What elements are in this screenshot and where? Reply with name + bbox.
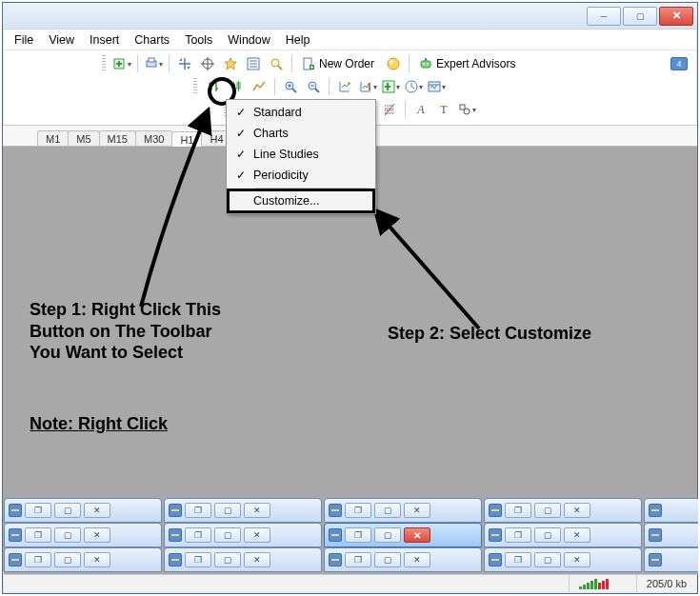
menu-file[interactable]: File — [14, 33, 33, 47]
mdi-restore-button[interactable]: ❐ — [185, 503, 211, 518]
mdi-close-button[interactable]: ✕ — [84, 503, 110, 518]
mdi-child-window[interactable]: ❐ ▢ ✕ — [164, 498, 322, 523]
mdi-restore-button[interactable]: ❐ — [345, 503, 371, 518]
mdi-child-window[interactable]: ❐ ▢ ✕ — [164, 523, 322, 547]
mdi-close-button[interactable]: ✕ — [244, 503, 270, 518]
mdi-close-button[interactable]: ✕ — [404, 552, 430, 567]
mdi-max-button[interactable]: ▢ — [534, 527, 561, 543]
mdi-close-button[interactable]: ✕ — [404, 527, 430, 543]
menu-window[interactable]: Window — [228, 33, 270, 47]
mdi-close-button[interactable]: ✕ — [564, 503, 590, 518]
mdi-close-button[interactable]: ✕ — [564, 552, 590, 567]
menu-view[interactable]: View — [49, 33, 74, 47]
mdi-close-button[interactable]: ✕ — [404, 503, 430, 518]
mdi-area: ❐ ▢ ✕ ❐ ▢ ✕ ❐ ▢ ✕ ❐ ▢ ✕ — [4, 498, 698, 574]
mdi-child-window[interactable]: ❐ ▢ ✕ — [324, 547, 482, 572]
mdi-child-window[interactable] — [644, 523, 698, 547]
mdi-max-button[interactable]: ▢ — [214, 552, 241, 567]
chart-window-icon — [649, 528, 662, 542]
chart-shift-button[interactable]: ▾ — [357, 77, 378, 96]
mdi-restore-button[interactable]: ❐ — [185, 527, 211, 543]
auto-scroll-button[interactable] — [334, 77, 355, 96]
menu-charts[interactable]: Charts — [134, 33, 170, 47]
timeframe-tab-h1[interactable]: H1 — [171, 131, 202, 147]
mdi-max-button[interactable]: ▢ — [214, 527, 241, 543]
mdi-child-window[interactable]: ❐ ▢ ✕ — [484, 498, 642, 523]
timeframe-tab-m30[interactable]: M30 — [135, 130, 172, 146]
mdi-restore-button[interactable]: ❐ — [185, 552, 211, 567]
mql-badge[interactable]: 4 — [670, 57, 688, 70]
text-label-button[interactable]: T — [433, 100, 454, 119]
mdi-child-window[interactable]: ❐ ▢ ✕ — [4, 523, 162, 547]
text-button[interactable]: A — [410, 100, 431, 119]
mdi-child-window-active[interactable]: ❐ ▢ ✕ — [324, 523, 482, 547]
mdi-close-button[interactable]: ✕ — [244, 552, 270, 567]
ctx-item-periodicity[interactable]: ✓ Periodicity — [229, 165, 373, 186]
terminal-button[interactable] — [266, 54, 287, 73]
mdi-max-button[interactable]: ▢ — [534, 552, 561, 567]
zoom-in-button[interactable] — [280, 77, 301, 96]
menu-insert[interactable]: Insert — [90, 33, 119, 47]
mdi-close-button[interactable]: ✕ — [84, 552, 110, 567]
mdi-restore-button[interactable]: ❐ — [25, 527, 51, 543]
mdi-close-button[interactable]: ✕ — [244, 527, 270, 543]
ctx-item-customize[interactable]: Customize... — [229, 190, 373, 211]
new-chart-button[interactable]: ▾ — [111, 54, 132, 73]
ctx-item-charts[interactable]: ✓ Charts — [229, 123, 373, 144]
mdi-restore-button[interactable]: ❐ — [505, 503, 531, 518]
window-close-button[interactable]: ✕ — [659, 7, 693, 26]
window-maximize-button[interactable]: ▢ — [623, 7, 657, 26]
mdi-restore-button[interactable]: ❐ — [345, 527, 371, 543]
objects-button[interactable]: ▾ — [456, 100, 477, 119]
mdi-child-window[interactable]: ❐ ▢ ✕ — [4, 547, 162, 572]
mdi-child-window[interactable]: ❐ ▢ ✕ — [484, 547, 642, 572]
mdi-max-button[interactable]: ▢ — [534, 503, 561, 518]
zoom-out-button[interactable] — [303, 77, 324, 96]
mdi-close-button[interactable]: ✕ — [84, 527, 110, 543]
mdi-restore-button[interactable]: ❐ — [505, 552, 531, 567]
menu-tools[interactable]: Tools — [185, 33, 212, 47]
timeframe-tab-m5[interactable]: M5 — [68, 130, 99, 146]
chart-window-icon — [9, 553, 22, 566]
timeframe-tab-m1[interactable]: M1 — [37, 130, 69, 146]
mdi-max-button[interactable]: ▢ — [374, 527, 401, 543]
mdi-max-button[interactable]: ▢ — [214, 503, 241, 518]
mdi-child-window[interactable]: ❐ ▢ ✕ — [4, 498, 162, 523]
toolbar-grip[interactable] — [193, 78, 197, 95]
mdi-close-button[interactable]: ✕ — [564, 527, 590, 543]
mdi-restore-button[interactable]: ❐ — [25, 552, 51, 567]
mdi-restore-button[interactable]: ❐ — [505, 527, 531, 543]
chart-window-icon — [329, 528, 342, 542]
mdi-restore-button[interactable]: ❐ — [25, 503, 51, 518]
window-minimize-button[interactable]: ─ — [587, 7, 621, 26]
new-order-button[interactable]: New Order — [297, 54, 381, 73]
expert-advisors-button[interactable]: Expert Advisors — [414, 54, 522, 73]
navigator-button[interactable] — [243, 54, 264, 73]
data-window-button[interactable] — [220, 54, 241, 73]
timeframe-tab-m15[interactable]: M15 — [99, 130, 136, 146]
templates-button[interactable]: ▾ — [426, 77, 447, 96]
ctx-item-standard[interactable]: ✓ Standard — [229, 102, 373, 123]
toolbar-grip[interactable] — [102, 55, 106, 72]
mdi-max-button[interactable]: ▢ — [374, 503, 401, 518]
mdi-max-button[interactable]: ▢ — [374, 552, 401, 567]
menu-help[interactable]: Help — [286, 33, 310, 47]
mdi-child-window[interactable]: ❐ ▢ ✕ — [164, 547, 322, 572]
crosshair-button[interactable] — [197, 54, 218, 73]
mdi-restore-button[interactable]: ❐ — [345, 552, 371, 567]
fibonacci-button[interactable] — [379, 100, 400, 119]
mdi-child-window[interactable]: ❐ ▢ ✕ — [484, 523, 642, 547]
indicators-button[interactable]: ▾ — [380, 77, 401, 96]
mdi-max-button[interactable]: ▢ — [54, 527, 81, 543]
market-watch-button[interactable] — [174, 54, 195, 73]
mdi-max-button[interactable]: ▢ — [54, 503, 81, 518]
mdi-max-button[interactable]: ▢ — [54, 552, 81, 567]
ctx-item-line-studies[interactable]: ✓ Line Studies — [229, 144, 373, 165]
line-chart-button[interactable] — [249, 77, 270, 96]
meta-editor-button[interactable] — [383, 54, 404, 73]
periods-button[interactable]: ▾ — [403, 77, 424, 96]
mdi-child-window[interactable] — [644, 498, 698, 523]
mdi-child-window[interactable]: ❐ ▢ ✕ — [324, 498, 482, 523]
profiles-button[interactable]: ▾ — [143, 54, 164, 73]
mdi-child-window[interactable] — [644, 547, 698, 572]
